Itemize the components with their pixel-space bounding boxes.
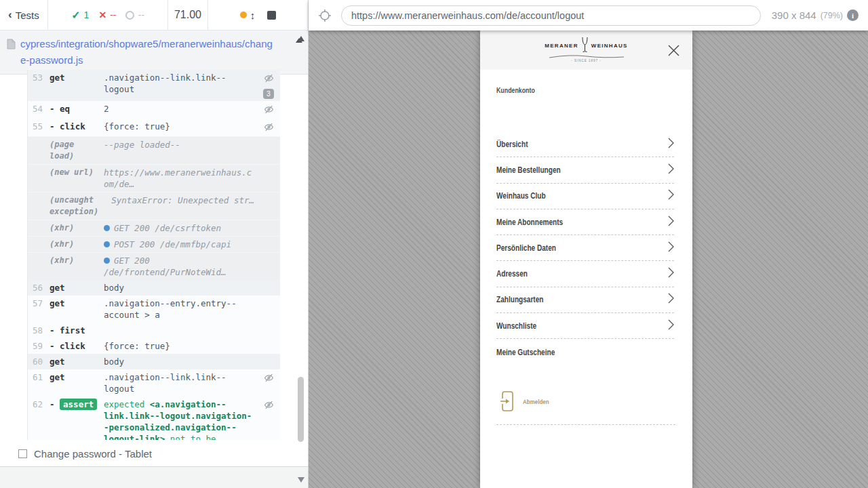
- log-row[interactable]: 61get.navigation--link.link--logout: [28, 369, 280, 396]
- left-scrollbar[interactable]: [297, 30, 305, 488]
- command-name: get: [50, 282, 104, 293]
- menu-item[interactable]: Meine Abonnements: [496, 209, 674, 235]
- command-message: https://www.meranerweinhaus.com/de…: [104, 167, 257, 190]
- log-row[interactable]: 56getbody: [28, 280, 280, 296]
- menu-item-label: Persönliche Daten: [496, 243, 568, 253]
- chevron-right-icon: [668, 241, 674, 252]
- logout-label: Abmelden: [523, 398, 549, 405]
- menu-item[interactable]: Meine Bestellungen: [496, 157, 674, 183]
- scrollbar-up-icon[interactable]: [298, 36, 304, 41]
- menu-item[interactable]: Persönliche Daten: [496, 235, 674, 261]
- eye-slash-icon[interactable]: [264, 372, 274, 385]
- logout-button[interactable]: Abmelden: [499, 390, 554, 412]
- log-row[interactable]: 55- click{force: true}: [28, 119, 280, 136]
- log-row[interactable]: 58- first: [28, 323, 280, 338]
- command-log: 53get.navigation--link.link--logout354- …: [27, 70, 280, 488]
- row-icons: [257, 121, 280, 134]
- row-icons: [257, 167, 280, 190]
- line-number: 53: [28, 72, 50, 99]
- log-row[interactable]: (new url)https://www.meranerweinhaus.com…: [28, 164, 280, 192]
- menu-item-label: Weinhaus Club: [496, 191, 555, 201]
- command-message: SyntaxError: Unexpected str…: [104, 195, 257, 218]
- selector-playground-icon[interactable]: [318, 9, 332, 22]
- line-number: [28, 195, 50, 218]
- check-icon: ✓: [71, 9, 80, 22]
- eye-slash-icon[interactable]: [264, 73, 274, 85]
- line-number: 57: [28, 298, 50, 321]
- menu-item[interactable]: Meine Gutscheine: [496, 339, 674, 365]
- info-icon[interactable]: i: [847, 9, 859, 21]
- runner-toolbar: ‹ Tests ✓ 1 ✕ -- -- 71.00: [0, 0, 308, 30]
- eye-slash-icon[interactable]: [264, 121, 274, 134]
- elapsed-time: 71.00: [167, 0, 208, 30]
- row-icons: [257, 298, 280, 321]
- log-row[interactable]: (xhr)POST 200 /de/mmfbp/capi: [28, 236, 280, 252]
- menu-item[interactable]: Zahlungsarten: [496, 287, 674, 313]
- command-name: (page load): [50, 139, 104, 162]
- test-checkbox[interactable]: [18, 449, 27, 458]
- command-message: .navigation--entry.entry--account > a: [104, 298, 257, 321]
- passed-stat[interactable]: ✓ 1: [71, 9, 89, 22]
- command-name: (xhr): [50, 255, 104, 278]
- viewport-size: 390 x 844 (79%) i: [772, 9, 859, 21]
- log-row[interactable]: 53get.navigation--link.link--logout3: [28, 70, 280, 101]
- row-icons: [257, 340, 280, 352]
- close-icon[interactable]: [667, 43, 681, 58]
- line-number: [28, 239, 50, 250]
- x-icon: ✕: [98, 9, 106, 20]
- menu-item[interactable]: Adressen: [496, 261, 674, 287]
- menu-item-label: Wunschliste: [496, 321, 544, 331]
- menu-item-label: Meine Abonnements: [496, 218, 576, 227]
- stop-button[interactable]: [267, 11, 276, 20]
- eye-slash-icon[interactable]: [264, 104, 274, 117]
- command-name: (xhr): [50, 222, 104, 234]
- menu-item[interactable]: Übersicht: [496, 131, 674, 157]
- spec-header: cypress/integration/shopware5/meranerwei…: [0, 30, 308, 75]
- command-name: get: [50, 72, 104, 99]
- log-row[interactable]: 59- click{force: true}: [28, 338, 280, 354]
- cypress-runner-panel: ‹ Tests ✓ 1 ✕ -- -- 71.00: [0, 0, 309, 488]
- command-message: 2: [104, 103, 257, 117]
- log-row[interactable]: (xhr)GET 200 /de/csrftoken: [28, 220, 280, 236]
- autoscroll-dot-icon: [240, 12, 247, 18]
- failed-count: --: [110, 9, 116, 20]
- chevron-right-icon: [668, 189, 674, 200]
- line-number: 60: [28, 356, 50, 367]
- log-row[interactable]: (uncaught exception)SyntaxError: Unexpec…: [28, 192, 280, 220]
- scrollbar-thumb[interactable]: [298, 377, 304, 442]
- command-name: - first: [50, 325, 104, 336]
- menu-item[interactable]: Weinhaus Club: [496, 184, 674, 209]
- app-header: MERANER WEINHAUS - SINCE 1897 -: [480, 30, 692, 70]
- log-row[interactable]: (xhr)GET 200 /de/frontend/PurNoteWid…: [28, 252, 280, 280]
- pending-count: --: [138, 9, 144, 20]
- command-message: .navigation--link.link--logout: [104, 371, 257, 394]
- failed-stat[interactable]: ✕ --: [98, 9, 116, 20]
- log-row[interactable]: (page load)--page loaded--: [28, 136, 280, 164]
- url-field[interactable]: https://www.meranerweinhaus.com/de/accou…: [341, 5, 761, 26]
- line-number: 56: [28, 282, 50, 293]
- menu-item-label: Übersicht: [496, 140, 534, 149]
- log-row[interactable]: 57get.navigation--entry.entry--account >…: [28, 296, 280, 323]
- menu-item[interactable]: Wunschliste: [496, 313, 674, 339]
- command-message: {force: true}: [104, 340, 257, 352]
- chevron-right-icon: [668, 216, 674, 226]
- spec-file-link[interactable]: cypress/integration/shopware5/meranerwei…: [20, 36, 278, 68]
- log-row[interactable]: 54- eq2: [28, 101, 280, 119]
- assert-badge: assert: [60, 399, 97, 410]
- row-icons: [257, 103, 280, 117]
- command-name: get: [50, 298, 104, 321]
- logo-tagline: - SINCE 1897 -: [480, 59, 692, 62]
- chevron-right-icon: [668, 267, 674, 278]
- row-icons: [257, 255, 280, 278]
- autoscroll-arrows-icon[interactable]: ↕: [250, 9, 256, 21]
- command-message: [104, 325, 257, 336]
- log-row[interactable]: 60getbody: [28, 354, 280, 369]
- line-number: [28, 222, 50, 234]
- row-icons: [257, 195, 280, 218]
- scrollbar-down-icon[interactable]: [298, 477, 304, 483]
- screen: ‹ Tests ✓ 1 ✕ -- -- 71.00: [0, 0, 868, 488]
- back-to-tests-button[interactable]: ‹ Tests: [0, 0, 47, 30]
- pending-stat[interactable]: --: [125, 9, 144, 20]
- eye-slash-icon[interactable]: [264, 399, 274, 412]
- command-message: body: [104, 356, 257, 367]
